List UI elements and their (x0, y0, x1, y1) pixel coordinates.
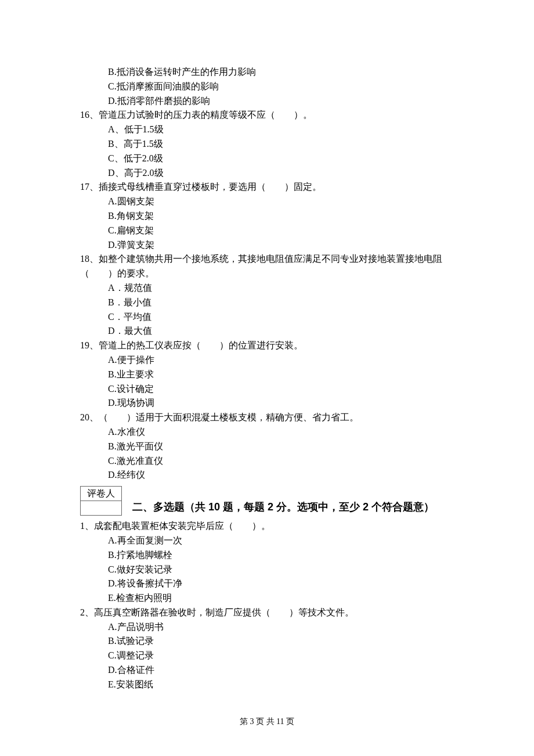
grader-box: 评卷人 (80, 486, 122, 516)
q16-option-c: C、低于2.0级 (80, 152, 453, 166)
q16-stem: 16、管道压力试验时的压力表的精度等级不应（ ）。 (80, 108, 453, 123)
page-container: B.抵消设备运转时产生的作用力影响 C.抵消摩擦面间油膜的影响 D.抵消零部件磨… (0, 0, 534, 756)
q19-option-a: A.便于操作 (80, 353, 453, 368)
q15-option-d: D.抵消零部件磨损的影响 (80, 94, 453, 109)
q18-stem-line2: （ ）的要求。 (80, 267, 453, 281)
mq1-option-e: E.检查柜内照明 (80, 591, 453, 606)
q20-option-d: D.经纬仪 (80, 468, 453, 483)
mq1-stem: 1、成套配电装置柜体安装完毕后应（ ）。 (80, 519, 453, 534)
q18-option-a: A．规范值 (80, 281, 453, 296)
q18-option-d: D．最大值 (80, 324, 453, 339)
q19-stem: 19、管道上的热工仪表应按（ ）的位置进行安装。 (80, 339, 453, 353)
mq2-option-a: A.产品说明书 (80, 620, 453, 635)
q16-option-b: B、高于1.5级 (80, 137, 453, 152)
mq2-option-e: E.安装图纸 (80, 678, 453, 692)
grader-blank-cell (81, 501, 122, 516)
q19-option-b: B.业主要求 (80, 368, 453, 382)
q16-option-d: D、高于2.0级 (80, 166, 453, 181)
q15-option-b: B.抵消设备运转时产生的作用力影响 (80, 65, 453, 80)
q19-option-c: C.设计确定 (80, 382, 453, 397)
grader-label-cell: 评卷人 (81, 487, 122, 501)
mq1-option-c: C.做好安装记录 (80, 563, 453, 577)
q20-stem: 20、（ ）适用于大面积混凝土楼板支模，精确方便、省力省工。 (80, 411, 453, 425)
mq2-option-d: D.合格证件 (80, 663, 453, 678)
q17-option-a: A.圆钢支架 (80, 195, 453, 209)
q20-option-b: B.激光平面仪 (80, 440, 453, 454)
section2-title: 二、多选题（共 10 题，每题 2 分。选项中，至少 2 个符合题意） (132, 499, 434, 517)
q18-option-c: C．平均值 (80, 310, 453, 325)
section2-header-row: 评卷人 二、多选题（共 10 题，每题 2 分。选项中，至少 2 个符合题意） (80, 483, 453, 517)
mq1-option-d: D.将设备擦拭干净 (80, 577, 453, 591)
q20-option-c: C.激光准直仪 (80, 454, 453, 469)
mq2-stem: 2、高压真空断路器在验收时，制造厂应提供（ ）等技术文件。 (80, 606, 453, 620)
mq1-option-a: A.再全面复测一次 (80, 534, 453, 548)
q17-option-b: B.角钢支架 (80, 209, 453, 224)
page-footer: 第 3 页 共 11 页 (0, 715, 534, 728)
mq2-option-b: B.试验记录 (80, 634, 453, 649)
q19-option-d: D.现场协调 (80, 396, 453, 411)
q17-option-c: C.扁钢支架 (80, 224, 453, 238)
q20-option-a: A.水准仪 (80, 425, 453, 440)
q17-stem: 17、插接式母线槽垂直穿过楼板时，要选用（ ）固定。 (80, 180, 453, 195)
q15-option-c: C.抵消摩擦面间油膜的影响 (80, 80, 453, 94)
q17-option-d: D.弹簧支架 (80, 238, 453, 253)
q16-option-a: A、低于1.5级 (80, 123, 453, 137)
q18-stem-line1: 18、如整个建筑物共用一个接地系统，其接地电阻值应满足不同专业对接地装置接地电阻 (80, 252, 453, 267)
mq2-option-c: C.调整记录 (80, 649, 453, 663)
q18-option-b: B．最小值 (80, 296, 453, 310)
mq1-option-b: B.拧紧地脚螺栓 (80, 548, 453, 563)
